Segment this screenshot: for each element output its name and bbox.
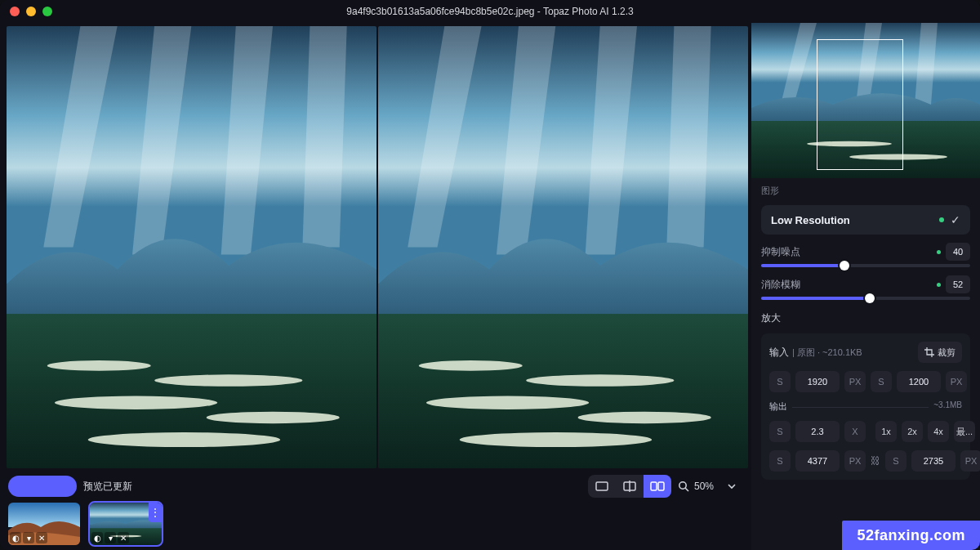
svg-point-10 [88, 432, 281, 447]
crop-icon [924, 347, 934, 357]
magnifier-icon [678, 481, 689, 492]
view-split-button[interactable] [616, 475, 644, 498]
input-px-label-h: PX [946, 371, 967, 392]
progress-pill [8, 476, 77, 497]
output-px-label-w: PX [844, 450, 866, 472]
deblur-track[interactable] [761, 297, 970, 300]
status-text: 预览已更新 [83, 480, 132, 494]
svg-point-27 [679, 482, 686, 489]
graphic-type-label: 图形 [761, 185, 970, 197]
preview-before [7, 26, 376, 468]
minimize-window-button[interactable] [26, 7, 36, 16]
view-single-button[interactable] [588, 475, 616, 498]
zoom-level: 50% [694, 481, 714, 492]
scale-value[interactable]: 2.3 [795, 421, 840, 442]
preview-area: 预览已更新 [0, 23, 751, 550]
enlarge-title: 放大 [761, 311, 970, 325]
badge-icon: ▾ [23, 532, 34, 543]
input-meta: | 原图 · ~210.1KB [792, 347, 862, 359]
navigator[interactable] [751, 23, 980, 178]
scale-x-label: X [844, 421, 866, 442]
deblur-slider: 消除模糊 52 [761, 275, 970, 300]
model-name: Low Resolution [771, 214, 850, 226]
svg-marker-15 [666, 26, 710, 247]
thumbnail-2[interactable]: ⋮ ◐ ▾ ✕ [90, 503, 162, 545]
chevron-down-icon [727, 481, 737, 491]
input-s-label-h: S [871, 371, 892, 392]
svg-point-8 [55, 396, 217, 409]
split-vertical-icon [623, 481, 636, 492]
input-width[interactable]: 1920 [795, 371, 840, 392]
preset-4x[interactable]: 4x [928, 421, 949, 442]
check-icon: ✓ [951, 213, 960, 226]
svg-rect-22 [596, 482, 608, 490]
svg-point-17 [419, 360, 523, 371]
svg-rect-25 [651, 482, 657, 490]
svg-marker-4 [302, 26, 346, 247]
output-px-label-h: PX [960, 450, 980, 472]
output-s-label-w: S [769, 450, 791, 472]
zoom-window-button[interactable] [42, 7, 52, 16]
noise-slider: 抑制噪点 40 [761, 243, 970, 267]
preset-1x[interactable]: 1x [875, 421, 897, 442]
link-icon[interactable]: ⛓ [871, 455, 880, 467]
noise-value: 40 [946, 243, 970, 261]
collapse-toggle[interactable] [720, 475, 743, 498]
thumb-badges: ◐ ▾ ✕ [91, 532, 129, 543]
output-width[interactable]: 4377 [795, 450, 840, 472]
status-dot-icon [937, 283, 941, 287]
input-height[interactable]: 1200 [897, 371, 941, 392]
output-size: ~3.1MB [929, 400, 962, 409]
crop-button[interactable]: 裁剪 [918, 342, 962, 363]
output-s-label-h: S [885, 450, 906, 472]
app-window: 9a4f9c3b01613a5a06fce94bc8b5e02c.jpeg - … [0, 0, 980, 550]
input-px-label-w: PX [844, 371, 866, 392]
badge-icon: ◐ [10, 532, 21, 543]
two-panes-icon [650, 481, 665, 491]
scale-s-label: S [769, 421, 791, 442]
output-title: 输出 [769, 400, 792, 413]
status-dot-icon [939, 217, 944, 222]
zoom-control[interactable]: 50% [678, 481, 714, 492]
badge-icon: ✕ [118, 532, 129, 543]
svg-line-28 [685, 488, 688, 491]
badge-icon: ◐ [91, 532, 103, 543]
thumb-menu-button[interactable]: ⋮ [149, 503, 162, 522]
deblur-label: 消除模糊 [761, 278, 800, 292]
preset-2x[interactable]: 2x [902, 421, 923, 442]
input-title: 输入 [769, 346, 789, 360]
badge-icon: ▾ [105, 532, 116, 543]
svg-point-18 [526, 374, 674, 386]
close-window-button[interactable] [10, 7, 20, 16]
size-card: 输入 | 原图 · ~210.1KB 裁剪 S 1920 PX S 12 [761, 333, 970, 480]
window-title: 9a4f9c3b01613a5a06fce94bc8b5e02c.jpeg - … [0, 6, 980, 17]
titlebar: 9a4f9c3b01613a5a06fce94bc8b5e02c.jpeg - … [0, 0, 980, 23]
svg-point-9 [207, 412, 340, 423]
watermark: 52fanxing.com [842, 521, 980, 550]
preset-max[interactable]: 最... [954, 421, 975, 442]
deblur-value: 52 [946, 275, 970, 293]
badge-icon: ✕ [36, 532, 47, 543]
model-card[interactable]: Low Resolution ✓ [761, 205, 970, 235]
noise-label: 抑制噪点 [761, 245, 800, 259]
svg-point-20 [578, 412, 711, 423]
svg-point-6 [47, 360, 151, 371]
window-controls [10, 7, 52, 16]
svg-point-19 [426, 396, 589, 409]
noise-track[interactable] [761, 264, 970, 267]
svg-point-7 [154, 374, 302, 386]
thumbnail-1[interactable]: ◐ ▾ ✕ [8, 503, 80, 545]
svg-point-21 [460, 432, 653, 447]
input-s-label-w: S [769, 371, 791, 392]
navigator-viewport[interactable] [817, 39, 903, 170]
bottom-bar: 预览已更新 [0, 470, 751, 550]
sidebar: 图形 Low Resolution ✓ 抑制噪点 40 [751, 23, 980, 550]
view-mode-segment [588, 475, 671, 498]
status-dot-icon [937, 250, 941, 254]
rectangle-icon [595, 481, 608, 491]
preview-split[interactable] [0, 23, 751, 470]
view-sidebyside-button[interactable] [644, 475, 671, 498]
output-height[interactable]: 2735 [911, 450, 956, 472]
preview-after [378, 26, 748, 468]
thumb-badges: ◐ ▾ ✕ [10, 532, 47, 543]
